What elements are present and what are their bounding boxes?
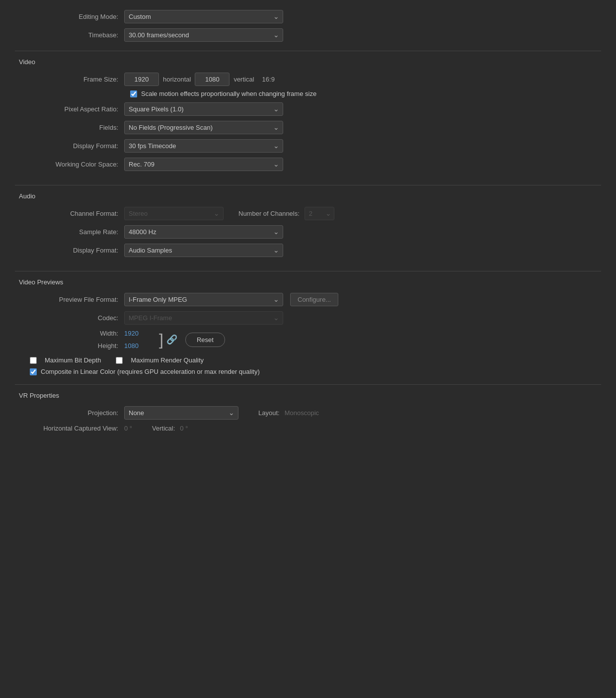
max-render-quality-checkbox[interactable] <box>116 357 123 364</box>
width-height-section: Width: 1920 Height: 1080 ] 🔗 Reset <box>15 330 601 349</box>
audio-display-format-row: Display Format: Audio Samples <box>15 244 601 257</box>
timebase-select-wrapper[interactable]: 30.00 frames/second <box>124 28 283 42</box>
max-bit-depth-label: Maximum Bit Depth <box>45 356 101 364</box>
frame-height-input[interactable] <box>195 73 230 86</box>
vr-projection-select[interactable]: None <box>124 406 238 420</box>
aspect-ratio-label: 16:9 <box>262 76 275 83</box>
frame-width-input[interactable] <box>124 73 159 86</box>
editing-mode-select-wrapper[interactable]: Custom <box>124 10 283 23</box>
checkboxes-row: Maximum Bit Depth Maximum Render Quality <box>15 356 601 364</box>
vr-vertical-group: Vertical: 0 ° <box>152 425 188 432</box>
max-bit-depth-item: Maximum Bit Depth <box>30 356 101 364</box>
sample-rate-select[interactable]: 48000 Hz <box>124 225 283 239</box>
editing-mode-label: Editing Mode: <box>15 13 124 20</box>
vr-section: VR Properties Projection: None Layout: M… <box>15 384 601 446</box>
video-display-format-row: Display Format: 30 fps Timecode <box>15 139 601 153</box>
fields-select-wrapper[interactable]: No Fields (Progressive Scan) <box>124 121 283 134</box>
editing-mode-select[interactable]: Custom <box>124 10 283 23</box>
top-section: Editing Mode: Custom Timebase: 30.00 fra… <box>15 10 601 42</box>
video-display-format-select-wrapper[interactable]: 30 fps Timecode <box>124 139 283 153</box>
editing-mode-row: Editing Mode: Custom <box>15 10 601 23</box>
scale-checkbox-row: Scale motion effects proportionally when… <box>15 90 601 97</box>
pixel-aspect-label: Pixel Aspect Ratio: <box>15 105 124 113</box>
working-color-select-wrapper[interactable]: Rec. 709 <box>124 158 283 171</box>
max-render-quality-item: Maximum Render Quality <box>116 356 204 364</box>
width-value[interactable]: 1920 <box>124 330 154 337</box>
vr-horizontal-value: 0 ° <box>124 425 132 432</box>
vr-horizontal-label: Horizontal Captured View: <box>15 425 124 432</box>
fields-label: Fields: <box>15 124 124 131</box>
video-display-format-select[interactable]: 30 fps Timecode <box>124 139 283 153</box>
vr-projection-label: Projection: <box>15 409 124 417</box>
num-channels-select-wrapper: 2 <box>305 207 334 220</box>
vr-projection-row: Projection: None Layout: Monoscopic <box>15 406 601 420</box>
composite-row: Composite in Linear Color (requires GPU … <box>15 368 601 375</box>
horizontal-label: horizontal <box>163 76 191 83</box>
timebase-select[interactable]: 30.00 frames/second <box>124 28 283 42</box>
channel-format-row: Channel Format: Stereo Number of Channel… <box>15 207 601 220</box>
vr-vertical-label: Vertical: <box>152 425 175 432</box>
configure-button[interactable]: Configure... <box>290 293 338 306</box>
audio-display-format-select[interactable]: Audio Samples <box>124 244 283 257</box>
num-channels-label: Number of Channels: <box>238 210 300 217</box>
bracket-link-group: ] 🔗 Reset <box>159 332 225 348</box>
height-row: Height: 1080 <box>15 342 154 349</box>
vr-layout-value: Monoscopic <box>285 409 319 417</box>
fields-row: Fields: No Fields (Progressive Scan) <box>15 121 601 134</box>
vr-section-title: VR Properties <box>15 392 601 399</box>
codec-row: Codec: MPEG I-Frame <box>15 311 601 325</box>
audio-section-title: Audio <box>15 192 601 200</box>
preview-file-format-label: Preview File Format: <box>15 296 124 303</box>
codec-select-wrapper: MPEG I-Frame <box>124 311 283 325</box>
audio-display-format-select-wrapper[interactable]: Audio Samples <box>124 244 283 257</box>
bracket-icon: ] <box>159 332 163 348</box>
vr-projection-select-wrapper[interactable]: None <box>124 406 238 420</box>
codec-select: MPEG I-Frame <box>124 311 283 325</box>
video-previews-title: Video Previews <box>15 278 601 286</box>
wh-fields: Width: 1920 Height: 1080 <box>15 330 154 349</box>
pixel-aspect-row: Pixel Aspect Ratio: Square Pixels (1.0) <box>15 102 601 116</box>
vr-vertical-value: 0 ° <box>180 425 188 432</box>
channel-format-select-wrapper: Stereo <box>124 207 224 220</box>
working-color-label: Working Color Space: <box>15 161 124 168</box>
preview-format-select[interactable]: I-Frame Only MPEG <box>124 293 283 306</box>
num-channels-select: 2 <box>305 207 334 220</box>
link-icon[interactable]: 🔗 <box>166 334 177 345</box>
video-display-format-label: Display Format: <box>15 142 124 150</box>
vr-layout-label: Layout: <box>258 409 280 417</box>
composite-checkbox[interactable] <box>30 368 37 375</box>
video-section-title: Video <box>15 58 601 66</box>
vr-horizontal-row: Horizontal Captured View: 0 ° Vertical: … <box>15 425 601 432</box>
max-bit-depth-checkbox[interactable] <box>30 357 37 364</box>
sample-rate-row: Sample Rate: 48000 Hz <box>15 225 601 239</box>
timebase-row: Timebase: 30.00 frames/second <box>15 28 601 42</box>
preview-file-format-row: Preview File Format: I-Frame Only MPEG C… <box>15 293 601 306</box>
pixel-aspect-select[interactable]: Square Pixels (1.0) <box>124 102 283 116</box>
width-label: Width: <box>15 330 124 337</box>
scale-checkbox-label: Scale motion effects proportionally when… <box>141 90 316 97</box>
height-value[interactable]: 1080 <box>124 342 154 349</box>
pixel-aspect-select-wrapper[interactable]: Square Pixels (1.0) <box>124 102 283 116</box>
codec-label: Codec: <box>15 314 124 322</box>
channel-format-select: Stereo <box>124 207 224 220</box>
max-render-quality-label: Maximum Render Quality <box>131 356 204 364</box>
height-label: Height: <box>15 342 124 349</box>
settings-container: Editing Mode: Custom Timebase: 30.00 fra… <box>0 0 616 456</box>
working-color-row: Working Color Space: Rec. 709 <box>15 158 601 171</box>
vertical-label: vertical <box>233 76 254 83</box>
sample-rate-label: Sample Rate: <box>15 228 124 236</box>
width-row: Width: 1920 <box>15 330 154 337</box>
channel-format-label: Channel Format: <box>15 210 124 217</box>
video-section: Video Frame Size: horizontal vertical 16… <box>15 51 601 185</box>
frame-size-label: Frame Size: <box>15 76 124 83</box>
scale-checkbox[interactable] <box>130 90 137 97</box>
composite-label: Composite in Linear Color (requires GPU … <box>41 368 260 375</box>
working-color-select[interactable]: Rec. 709 <box>124 158 283 171</box>
sample-rate-select-wrapper[interactable]: 48000 Hz <box>124 225 283 239</box>
frame-size-row: Frame Size: horizontal vertical 16:9 <box>15 73 601 86</box>
video-previews-section: Video Previews Preview File Format: I-Fr… <box>15 271 601 384</box>
reset-button[interactable]: Reset <box>185 333 225 347</box>
audio-section: Audio Channel Format: Stereo Number of C… <box>15 185 601 271</box>
preview-format-select-wrapper[interactable]: I-Frame Only MPEG <box>124 293 283 306</box>
fields-select[interactable]: No Fields (Progressive Scan) <box>124 121 283 134</box>
